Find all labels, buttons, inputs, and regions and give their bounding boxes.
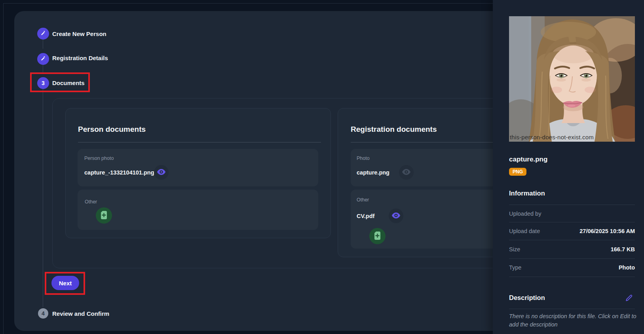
person-other-field: Other — [78, 190, 318, 230]
app-window: Create New Person Registration Details 3… — [0, 0, 644, 334]
registration-photo-label: Photo — [357, 156, 370, 161]
step-1-circle[interactable] — [37, 28, 49, 40]
annotation-box-next-button — [45, 272, 85, 295]
info-row-upload-date: Upload date 27/06/2025 10:56 AM — [509, 222, 635, 240]
person-photo-filename: capture_-1332104101.png — [84, 169, 154, 176]
info-label: Type — [509, 264, 521, 271]
information-heading: Information — [509, 190, 545, 197]
view-person-photo-button[interactable] — [154, 165, 169, 180]
info-row-uploaded-by: Uploaded by — [509, 205, 635, 222]
preview-photo: this-person-does-not-exist.com — [509, 16, 635, 142]
registration-other-label: Other — [357, 197, 369, 203]
sidebar-step-create-new-person[interactable]: Create New Person — [52, 30, 106, 37]
pencil-icon — [40, 55, 46, 63]
registration-other-filename: CV.pdf — [357, 213, 374, 219]
step-4-number: 4 — [42, 310, 45, 317]
eye-icon — [157, 169, 165, 176]
title-divider — [78, 142, 321, 142]
registration-photo-filename: capture.png — [357, 169, 389, 176]
description-empty-text: There is no description for this file. C… — [509, 312, 636, 328]
add-registration-other-document-button[interactable] — [369, 228, 386, 244]
divider — [509, 240, 635, 240]
info-row-size: Size 166.7 KB — [509, 241, 635, 258]
eye-icon — [402, 169, 410, 176]
info-value: 27/06/2025 10:56 AM — [579, 228, 635, 234]
file-preview-sidebar: this-person-does-not-exist.com capture.p… — [493, 0, 644, 334]
info-value: Photo — [619, 264, 635, 271]
divider — [509, 277, 635, 277]
person-other-label: Other — [85, 199, 97, 205]
info-row-type: Type Photo — [509, 259, 635, 276]
portrait-image — [509, 16, 635, 142]
person-photo-field: Person photo capture_-1332104101.png — [78, 149, 318, 186]
eye-icon — [392, 213, 400, 220]
pencil-icon — [40, 30, 46, 37]
view-cv-pdf-button[interactable] — [389, 209, 403, 223]
view-registration-photo-button-dimmed[interactable] — [399, 165, 414, 180]
step-connector — [43, 39, 43, 49]
add-document-icon — [100, 211, 108, 220]
person-documents-title: Person documents — [78, 125, 146, 134]
step-4-circle[interactable]: 4 — [38, 308, 48, 319]
person-photo-label: Person photo — [84, 156, 114, 161]
person-documents-card: Person documents Person photo capture_-1… — [65, 108, 331, 238]
edit-description-button[interactable] — [623, 294, 635, 303]
annotation-box-step-documents — [30, 72, 90, 92]
info-label: Upload date — [509, 228, 540, 234]
edit-description-icon — [625, 298, 633, 304]
preview-filename: capture.png — [509, 156, 547, 163]
info-label: Uploaded by — [509, 211, 541, 217]
description-heading: Description — [509, 294, 545, 302]
outer-frame-border-top — [3, 3, 493, 4]
step-connector — [43, 89, 43, 307]
add-document-icon — [374, 232, 381, 241]
outer-frame-border — [3, 3, 4, 334]
divider — [509, 309, 635, 309]
registration-documents-title: Registration documents — [351, 125, 437, 134]
file-type-badge: PNG — [509, 168, 526, 176]
step-registration-details[interactable]: Registration Details — [52, 55, 108, 61]
step-2-circle[interactable] — [37, 53, 49, 65]
add-person-other-document-button[interactable] — [96, 207, 112, 224]
info-value: 166.7 KB — [611, 246, 635, 252]
step-review-and-confirm[interactable]: Review and Confirm — [52, 310, 109, 317]
photo-watermark: this-person-does-not-exist.com — [510, 134, 594, 140]
info-label: Size — [509, 246, 520, 252]
